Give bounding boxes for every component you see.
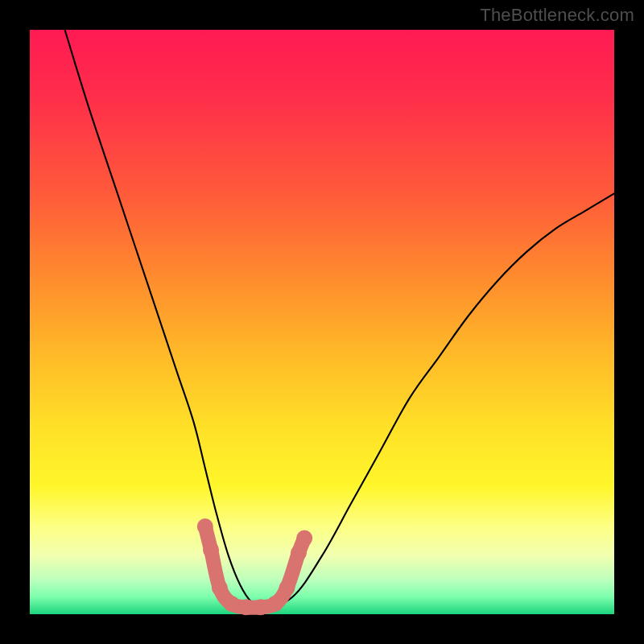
plot-area [30,30,614,614]
marker-dot [291,545,307,561]
bottleneck-curve [65,30,614,609]
watermark-text: TheBottleneck.com [480,5,634,26]
chart-svg [30,30,614,614]
marker-dot [279,580,295,596]
marker-dot [197,518,213,535]
marker-dot [212,580,228,596]
marker-dot [223,596,239,612]
marker-dot [238,599,254,615]
marker-dot [267,596,283,612]
curve-markers [197,518,312,615]
chart-frame: TheBottleneck.com [0,0,644,644]
marker-dot [296,530,312,547]
marker-dot [253,599,269,615]
marker-dot [203,542,219,558]
